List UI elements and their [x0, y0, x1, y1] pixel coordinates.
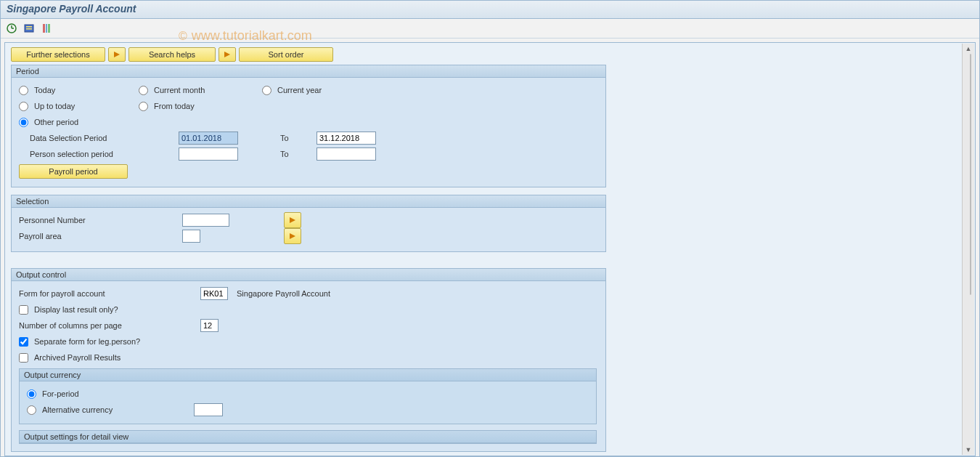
- payroll-area-input[interactable]: [182, 230, 200, 243]
- sort-order-button[interactable]: Sort order: [239, 47, 333, 62]
- personnel-number-input[interactable]: [182, 214, 229, 227]
- radio-other-period-label: Other period: [34, 118, 78, 126]
- display-last-checkbox[interactable]: Display last result only?: [19, 305, 118, 315]
- radio-alt-currency[interactable]: Alternative currency: [27, 405, 194, 415]
- search-helps-button[interactable]: Search helps: [128, 47, 216, 62]
- period-title: Period: [12, 65, 605, 78]
- radio-up-to-today-label: Up to today: [34, 102, 75, 110]
- radio-today-label: Today: [34, 86, 55, 94]
- selection-group: Selection Personnel Number Payroll area: [11, 195, 606, 252]
- output-detail-group: Output settings for detail view: [19, 430, 597, 444]
- person-selection-label: Person selection period: [19, 150, 179, 158]
- svg-rect-8: [48, 24, 50, 33]
- scroll-up-icon[interactable]: ▲: [963, 44, 973, 54]
- content-panel: Further selections Search helps Sort ord…: [4, 42, 976, 456]
- person-selection-from-input[interactable]: [179, 147, 238, 161]
- app-toolbar: [1, 19, 979, 39]
- svg-rect-5: [26, 28, 32, 30]
- separate-form-checkbox[interactable]: Separate form for leg.person?: [19, 337, 140, 347]
- form-label: Form for payroll account: [19, 289, 200, 298]
- separate-form-label: Separate form for leg.person?: [34, 337, 140, 346]
- data-selection-from-input[interactable]: [179, 132, 238, 145]
- data-selection-label: Data Selection Period: [19, 134, 179, 142]
- person-selection-to-input[interactable]: [317, 147, 376, 161]
- display-last-label: Display last result only?: [34, 305, 118, 314]
- payroll-period-button[interactable]: Payroll period: [19, 164, 128, 179]
- radio-alt-currency-label: Alternative currency: [42, 405, 113, 414]
- radio-up-to-today[interactable]: Up to today: [19, 102, 139, 111]
- form-value-input[interactable]: [200, 287, 228, 300]
- radio-for-period[interactable]: For-period: [27, 389, 143, 399]
- radio-today[interactable]: Today: [19, 86, 139, 95]
- selection-title: Selection: [12, 195, 605, 208]
- radio-current-month-label: Current month: [154, 86, 205, 94]
- page-title: Singapore Payroll Account: [1, 1, 979, 19]
- output-currency-group: Output currency For-period Alternative c…: [19, 368, 597, 424]
- sort-order-expand-icon[interactable]: [219, 47, 236, 62]
- radio-current-year[interactable]: Current year: [262, 86, 378, 95]
- personnel-number-multiple-icon[interactable]: [284, 212, 301, 228]
- archived-label: Archived Payroll Results: [34, 353, 121, 362]
- svg-rect-6: [43, 24, 45, 33]
- data-selection-to-input[interactable]: [317, 132, 376, 145]
- vertical-scrollbar[interactable]: ▲ ▼: [962, 44, 974, 455]
- radio-for-period-label: For-period: [42, 389, 79, 398]
- radio-other-period[interactable]: Other period: [19, 118, 135, 127]
- output-currency-title: Output currency: [20, 369, 596, 381]
- personnel-number-label: Personnel Number: [19, 216, 182, 225]
- alt-currency-input[interactable]: [194, 403, 223, 416]
- scroll-thumb[interactable]: [970, 54, 971, 295]
- variant-icon[interactable]: [23, 22, 36, 35]
- payroll-area-label: Payroll area: [19, 232, 182, 240]
- to-label-1: To: [280, 134, 317, 142]
- radio-from-today-label: From today: [154, 102, 195, 110]
- radio-from-today[interactable]: From today: [139, 102, 255, 111]
- execute-icon[interactable]: [5, 22, 18, 35]
- output-detail-title: Output settings for detail view: [20, 431, 596, 443]
- archived-checkbox[interactable]: Archived Payroll Results: [19, 353, 121, 363]
- app-window: Singapore Payroll Account Further select…: [0, 0, 980, 457]
- selection-buttons-row: Further selections Search helps Sort ord…: [11, 47, 969, 62]
- svg-rect-4: [26, 26, 32, 28]
- scroll-down-icon[interactable]: ▼: [963, 445, 973, 455]
- form-description: Singapore Payroll Account: [237, 289, 330, 298]
- delimit-icon[interactable]: [40, 22, 53, 35]
- output-control-group: Output control Form for payroll account …: [11, 268, 606, 452]
- num-cols-label: Number of columns per page: [19, 321, 200, 330]
- radio-current-year-label: Current year: [277, 86, 322, 94]
- to-label-2: To: [280, 150, 317, 158]
- svg-rect-7: [46, 24, 47, 33]
- search-helps-expand-icon[interactable]: [108, 47, 126, 62]
- payroll-area-multiple-icon[interactable]: [284, 228, 301, 244]
- further-selections-button[interactable]: Further selections: [11, 47, 105, 62]
- output-control-title: Output control: [12, 269, 605, 281]
- num-cols-input[interactable]: [200, 319, 219, 332]
- radio-current-month[interactable]: Current month: [139, 86, 262, 95]
- period-group: Period Today Current month Current year …: [11, 65, 606, 187]
